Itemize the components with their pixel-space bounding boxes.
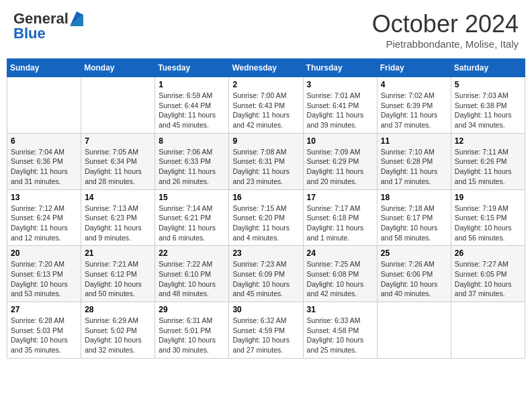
calendar-cell: 3Sunrise: 7:01 AM Sunset: 6:41 PM Daylig…: [303, 77, 377, 134]
day-info: Sunrise: 6:59 AM Sunset: 6:44 PM Dayligh…: [159, 91, 225, 130]
calendar-cell: 10Sunrise: 7:09 AM Sunset: 6:29 PM Dayli…: [303, 133, 377, 189]
calendar-table: SundayMondayTuesdayWednesdayThursdayFrid…: [7, 58, 525, 359]
calendar-cell: 21Sunrise: 7:21 AM Sunset: 6:12 PM Dayli…: [81, 246, 155, 302]
day-number: 6: [11, 136, 77, 146]
day-info: Sunrise: 6:29 AM Sunset: 5:02 PM Dayligh…: [85, 316, 151, 355]
header: General Blue October 2024 Pietrabbondant…: [7, 7, 525, 53]
day-number: 24: [307, 248, 373, 258]
calendar-cell: 24Sunrise: 7:25 AM Sunset: 6:08 PM Dayli…: [303, 246, 377, 302]
day-of-week-header: Saturday: [451, 59, 525, 77]
calendar-cell: 17Sunrise: 7:17 AM Sunset: 6:18 PM Dayli…: [303, 189, 377, 246]
day-number: 29: [159, 305, 225, 314]
calendar-cell: 19Sunrise: 7:19 AM Sunset: 6:15 PM Dayli…: [451, 189, 525, 246]
day-of-week-header: Thursday: [303, 59, 377, 77]
day-number: 15: [159, 193, 225, 202]
day-info: Sunrise: 7:01 AM Sunset: 6:41 PM Dayligh…: [307, 91, 373, 130]
day-number: 2: [232, 80, 299, 89]
calendar-cell: [7, 77, 81, 134]
day-number: 28: [85, 305, 151, 314]
day-info: Sunrise: 7:18 AM Sunset: 6:17 PM Dayligh…: [381, 203, 447, 243]
day-number: 9: [232, 136, 299, 146]
day-info: Sunrise: 7:19 AM Sunset: 6:15 PM Dayligh…: [455, 203, 521, 243]
day-number: 17: [307, 193, 373, 202]
calendar-cell: [377, 302, 451, 359]
day-info: Sunrise: 7:05 AM Sunset: 6:34 PM Dayligh…: [85, 147, 151, 187]
calendar-cell: 1Sunrise: 6:59 AM Sunset: 6:44 PM Daylig…: [155, 77, 229, 134]
day-number: 31: [307, 305, 373, 314]
logo: General Blue: [13, 10, 83, 42]
calendar-cell: 6Sunrise: 7:04 AM Sunset: 6:36 PM Daylig…: [7, 133, 81, 189]
month-title: October 2024: [372, 10, 519, 38]
day-number: 4: [381, 80, 447, 89]
day-info: Sunrise: 7:13 AM Sunset: 6:23 PM Dayligh…: [85, 203, 151, 243]
day-info: Sunrise: 7:02 AM Sunset: 6:39 PM Dayligh…: [381, 91, 447, 130]
day-number: 25: [381, 248, 447, 258]
calendar-week-row: 27Sunrise: 6:28 AM Sunset: 5:03 PM Dayli…: [7, 302, 525, 359]
calendar-cell: 16Sunrise: 7:15 AM Sunset: 6:20 PM Dayli…: [229, 189, 303, 246]
day-info: Sunrise: 7:11 AM Sunset: 6:26 PM Dayligh…: [455, 147, 521, 187]
calendar-cell: 20Sunrise: 7:20 AM Sunset: 6:13 PM Dayli…: [7, 246, 81, 302]
day-info: Sunrise: 7:08 AM Sunset: 6:31 PM Dayligh…: [232, 147, 299, 187]
calendar-cell: 22Sunrise: 7:22 AM Sunset: 6:10 PM Dayli…: [155, 246, 229, 302]
day-info: Sunrise: 7:22 AM Sunset: 6:10 PM Dayligh…: [159, 259, 225, 299]
calendar-cell: 11Sunrise: 7:10 AM Sunset: 6:28 PM Dayli…: [377, 133, 451, 189]
calendar-header-row: SundayMondayTuesdayWednesdayThursdayFrid…: [7, 59, 525, 77]
day-info: Sunrise: 7:15 AM Sunset: 6:20 PM Dayligh…: [232, 203, 299, 243]
calendar-cell: 31Sunrise: 6:33 AM Sunset: 4:58 PM Dayli…: [303, 302, 377, 359]
calendar-cell: 23Sunrise: 7:23 AM Sunset: 6:09 PM Dayli…: [229, 246, 303, 302]
day-number: 19: [455, 193, 521, 202]
calendar-cell: 26Sunrise: 7:27 AM Sunset: 6:05 PM Dayli…: [451, 246, 525, 302]
day-number: 20: [11, 248, 77, 258]
calendar-cell: 7Sunrise: 7:05 AM Sunset: 6:34 PM Daylig…: [81, 133, 155, 189]
day-number: 12: [455, 136, 521, 146]
day-info: Sunrise: 7:14 AM Sunset: 6:21 PM Dayligh…: [159, 203, 225, 243]
day-number: 14: [85, 193, 151, 202]
day-info: Sunrise: 7:00 AM Sunset: 6:43 PM Dayligh…: [232, 91, 299, 130]
day-info: Sunrise: 7:17 AM Sunset: 6:18 PM Dayligh…: [307, 203, 373, 243]
day-number: 7: [85, 136, 151, 146]
calendar-cell: 28Sunrise: 6:29 AM Sunset: 5:02 PM Dayli…: [81, 302, 155, 359]
calendar-cell: 12Sunrise: 7:11 AM Sunset: 6:26 PM Dayli…: [451, 133, 525, 189]
day-number: 18: [381, 193, 447, 202]
day-number: 3: [307, 80, 373, 89]
day-info: Sunrise: 7:26 AM Sunset: 6:06 PM Dayligh…: [381, 259, 447, 299]
day-of-week-header: Friday: [377, 59, 451, 77]
day-info: Sunrise: 7:27 AM Sunset: 6:05 PM Dayligh…: [455, 259, 521, 299]
day-of-week-header: Wednesday: [229, 59, 303, 77]
calendar-cell: 29Sunrise: 6:31 AM Sunset: 5:01 PM Dayli…: [155, 302, 229, 359]
day-of-week-header: Sunday: [7, 59, 81, 77]
day-info: Sunrise: 6:28 AM Sunset: 5:03 PM Dayligh…: [11, 316, 77, 355]
day-of-week-header: Tuesday: [155, 59, 229, 77]
calendar-week-row: 20Sunrise: 7:20 AM Sunset: 6:13 PM Dayli…: [7, 246, 525, 302]
calendar-week-row: 1Sunrise: 6:59 AM Sunset: 6:44 PM Daylig…: [7, 77, 525, 134]
location: Pietrabbondante, Molise, Italy: [372, 38, 519, 50]
title-area: October 2024 Pietrabbondante, Molise, It…: [372, 10, 519, 50]
day-number: 8: [159, 136, 225, 146]
day-number: 5: [455, 80, 521, 89]
calendar-cell: 25Sunrise: 7:26 AM Sunset: 6:06 PM Dayli…: [377, 246, 451, 302]
day-info: Sunrise: 7:06 AM Sunset: 6:33 PM Dayligh…: [159, 147, 225, 187]
calendar-cell: 14Sunrise: 7:13 AM Sunset: 6:23 PM Dayli…: [81, 189, 155, 246]
day-info: Sunrise: 7:12 AM Sunset: 6:24 PM Dayligh…: [11, 203, 77, 243]
day-number: 13: [11, 193, 77, 202]
calendar-cell: 15Sunrise: 7:14 AM Sunset: 6:21 PM Dayli…: [155, 189, 229, 246]
day-info: Sunrise: 6:32 AM Sunset: 4:59 PM Dayligh…: [232, 316, 299, 355]
day-info: Sunrise: 7:23 AM Sunset: 6:09 PM Dayligh…: [232, 259, 299, 299]
logo-blue: Blue: [13, 25, 46, 42]
day-number: 22: [159, 248, 225, 258]
calendar-cell: 5Sunrise: 7:03 AM Sunset: 6:38 PM Daylig…: [451, 77, 525, 134]
day-number: 26: [455, 248, 521, 258]
day-number: 16: [232, 193, 299, 202]
calendar-cell: [451, 302, 525, 359]
day-number: 1: [159, 80, 225, 89]
day-info: Sunrise: 6:33 AM Sunset: 4:58 PM Dayligh…: [307, 316, 373, 355]
calendar-cell: 8Sunrise: 7:06 AM Sunset: 6:33 PM Daylig…: [155, 133, 229, 189]
logo-triangle-icon: [70, 11, 83, 26]
day-info: Sunrise: 7:10 AM Sunset: 6:28 PM Dayligh…: [381, 147, 447, 187]
calendar-cell: 9Sunrise: 7:08 AM Sunset: 6:31 PM Daylig…: [229, 133, 303, 189]
calendar-week-row: 13Sunrise: 7:12 AM Sunset: 6:24 PM Dayli…: [7, 189, 525, 246]
calendar-cell: 30Sunrise: 6:32 AM Sunset: 4:59 PM Dayli…: [229, 302, 303, 359]
day-number: 23: [232, 248, 299, 258]
calendar-week-row: 6Sunrise: 7:04 AM Sunset: 6:36 PM Daylig…: [7, 133, 525, 189]
day-info: Sunrise: 7:09 AM Sunset: 6:29 PM Dayligh…: [307, 147, 373, 187]
